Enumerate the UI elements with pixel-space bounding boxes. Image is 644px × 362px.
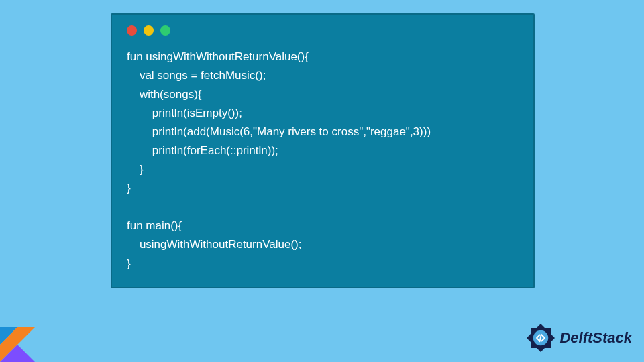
code-line: println(forEach(::println));: [127, 144, 278, 157]
brand-name: DelftStack: [559, 329, 632, 347]
code-line: fun usingWithWithoutReturnValue(){: [127, 50, 309, 63]
kotlin-logo-icon: [0, 327, 35, 362]
delftstack-emblem-icon: [525, 322, 557, 354]
code-line: println(isEmpty());: [127, 107, 242, 119]
delftstack-brand: DelftStack: [525, 322, 632, 354]
code-line: println(add(Music(6,"Many rivers to cros…: [127, 125, 431, 138]
close-icon: [127, 25, 137, 36]
window-traffic-lights: [127, 25, 519, 36]
code-line: with(songs){: [127, 88, 202, 101]
minimize-icon: [144, 25, 154, 36]
code-line: fun main(){: [127, 219, 182, 232]
code-block: fun usingWithWithoutReturnValue(){ val s…: [127, 48, 519, 274]
maximize-icon: [160, 25, 170, 36]
code-line: val songs = fetchMusic();: [127, 69, 266, 82]
code-window: fun usingWithWithoutReturnValue(){ val s…: [111, 13, 535, 288]
code-line: }: [127, 163, 144, 176]
code-line: usingWithWithoutReturnValue();: [127, 238, 301, 251]
code-line: }: [127, 182, 131, 194]
code-line: }: [127, 257, 131, 270]
